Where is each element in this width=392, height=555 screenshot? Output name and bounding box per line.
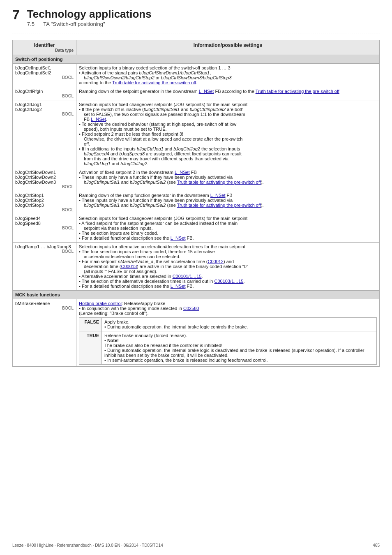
footer-right: 465: [373, 543, 380, 548]
page-footer: Lenze · 8400 HighLine · Referenzhandbuch…: [0, 543, 392, 548]
section-title: TA "Switch-off positioning": [43, 21, 105, 27]
table-row: bJogCtrlSlowDown1bJogCtrlSlowDown2bJogCt…: [13, 168, 380, 191]
identifier-label: bJogCtrlStop1: [15, 193, 44, 198]
table-row: bJogRamp1 … bJogRamp8BOOLSelection input…: [13, 242, 380, 290]
info-cell: Activation of fixed setpoint 2 in the do…: [76, 168, 380, 191]
data-type-label: BOOL: [15, 306, 74, 310]
col1-header: Identifier Data type: [13, 40, 76, 55]
identifier-label: bJogSpeed8: [15, 221, 41, 226]
section-header-row: MCK basic functions: [13, 290, 380, 299]
identifier-label: bJogRamp1 … bJogRamp8: [15, 244, 71, 249]
info-cell: Selection inputs for fixed changeover se…: [76, 214, 380, 242]
section-divider: [12, 33, 380, 33]
identifier-label: bJogCtrlJog1: [15, 102, 42, 107]
identifier-label: bMBrakeRelease: [15, 301, 50, 306]
info-cell: Selection inputs for a binary coded sele…: [76, 63, 380, 87]
identifier-label: bJogCtrlInputSel2: [15, 70, 51, 75]
chapter-title: Technology applications: [27, 8, 152, 20]
main-table: Identifier Data type Information/possibl…: [12, 40, 380, 367]
identifier-label: bJogCtrlSlowDown1: [15, 170, 56, 175]
identifier-label: bJogCtrlJog2: [15, 107, 42, 112]
identifier-label: bJogCtrlSlowDown3: [15, 180, 56, 185]
chapter-subtitle: 7.5 TA "Switch-off positioning": [27, 21, 152, 27]
info-top: Holding brake control: Release/apply bra…: [79, 301, 377, 316]
table-row: bMBrakeReleaseBOOLHolding brake control:…: [13, 299, 380, 366]
info-cell: Ramping down of the ramp function genera…: [76, 191, 380, 214]
sub-table-value: Apply brake.• During automatic operation…: [102, 317, 377, 331]
footer-left: Lenze · 8400 HighLine · Referenzhandbuch…: [12, 543, 163, 548]
data-type-label: BOOL: [15, 94, 74, 98]
sub-table-row: TRUERelease brake manually (forced relea…: [79, 331, 377, 364]
col2-header: Information/possible settings: [76, 40, 380, 55]
data-type-label: BOOL: [15, 75, 74, 80]
info-cell: Selection inputs for alternative acceler…: [76, 242, 380, 290]
identifier-label: bJogSpeed4: [15, 216, 41, 221]
data-type-label: BOOL: [15, 208, 74, 212]
identifier-label: bJogCtrlStop2: [15, 198, 44, 203]
info-cell: Ramping down of the setpoint generator i…: [76, 87, 380, 100]
table-row: bJogCtrlStop1bJogCtrlStop2bJogCtrlStop3B…: [13, 191, 380, 214]
sub-table: FALSEApply brake.• During automatic oper…: [79, 317, 377, 365]
section-header-row: Switch-off positioning: [13, 55, 380, 63]
sub-table-key: FALSE: [79, 317, 102, 331]
table-row: bJogCtrlRfgInBOOLRamping down of the set…: [13, 87, 380, 100]
table-row: bJogCtrlJog1bJogCtrlJog2BOOLSelection in…: [13, 100, 380, 168]
identifier-label: bJogCtrlSlowDown2: [15, 175, 56, 180]
section-number: 7.5: [27, 21, 35, 27]
chapter-title-block: Technology applications 7.5 TA "Switch-o…: [27, 8, 152, 27]
data-type-label: BOOL: [15, 112, 74, 116]
sub-table-key: TRUE: [79, 331, 102, 364]
identifier-label: bJogCtrlRfgIn: [15, 89, 43, 94]
table-row: bJogCtrlInputSel1bJogCtrlInputSel2BOOLSe…: [13, 63, 380, 87]
chapter-number: 7: [12, 8, 20, 21]
info-cell: Holding brake control: Release/apply bra…: [76, 299, 380, 366]
data-type-label: BOOL: [15, 249, 74, 254]
identifier-label: bJogCtrlStop3: [15, 203, 44, 208]
table-row: bJogSpeed4bJogSpeed8BOOLSelection inputs…: [13, 214, 380, 242]
page-header: 7 Technology applications 7.5 TA "Switch…: [12, 8, 380, 27]
info-cell: Selection inputs for fixed changeover se…: [76, 100, 380, 168]
sub-table-value: Release brake manually (forced release).…: [102, 331, 377, 364]
data-type-label: BOOL: [15, 226, 74, 230]
identifier-label: bJogCtrlInputSel1: [15, 65, 51, 70]
data-type-label: BOOL: [15, 185, 74, 189]
sub-table-row: FALSEApply brake.• During automatic oper…: [79, 317, 377, 331]
